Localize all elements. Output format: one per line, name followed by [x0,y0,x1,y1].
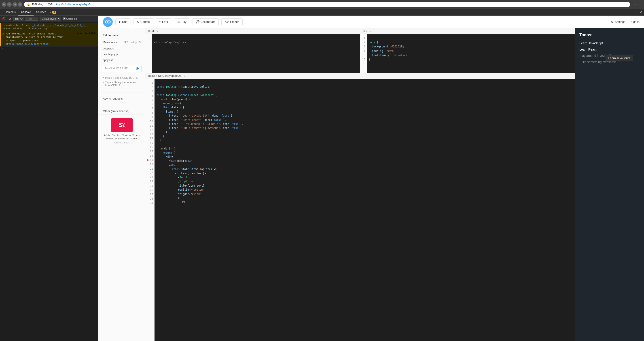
js-ln-5: 5 [147,98,153,102]
js-dropdown-arrow[interactable]: ▾ [184,75,185,77]
home-button[interactable]: ⌂ [18,2,22,7]
console-text-1: console.clear() was _dist-editor.js?upda… [2,24,87,31]
collaborate-button[interactable]: 💬 Collaborate [192,18,219,25]
js-ln-15: 15 [147,141,153,145]
lock-icon: 🔒 [27,3,30,6]
sidebar-resource-popper[interactable]: popper.js [98,46,145,52]
clear-console-button[interactable]: 🚫 [1,17,6,21]
sidebar-other-links[interactable]: Other (links, license) [98,108,145,115]
js-editor-pane: React + No-Library (pure JS) ▾ 1 2 3 4 5 [145,73,575,341]
css-code[interactable]: body { background: #20262E; padding: 20p… [367,34,575,73]
devtools-more-button[interactable]: ⋮ [634,11,638,14]
js-ln-4: 4 [147,94,153,98]
devtools-panel: 🚫 ⊘ top Default levels Group simi consol… [0,16,98,341]
jsfiddle-body: Fiddle meta Resources URL cdnjs 3 popper… [98,28,644,341]
js-ln-25: 25 [147,184,153,188]
console-content: console.clear() was _dist-editor.js?upda… [0,22,98,341]
js-ln-22: 22 [147,171,153,175]
signin-button[interactable]: Sign in [630,20,640,24]
console-stop-button[interactable]: ⊘ [8,17,12,21]
html-editor-content[interactable]: 1 <div id="app"></div> [145,34,360,73]
add-url-button[interactable]: ⊕ [136,67,139,71]
html-code[interactable]: <div id="app"></div> [152,34,360,73]
run-button[interactable]: ▶ Run [116,18,131,25]
js-editor-content[interactable]: 1 2 3 4 5 6 7 8 9 10 [145,79,575,341]
settings-button[interactable]: ⚙ Settings [608,19,628,25]
css-editor-content[interactable]: 1 2 3 4 5 6 body { background: #20262E; … [360,34,575,73]
embed-button[interactable]: </> Embed [222,18,242,25]
more-tabs-button[interactable]: » [50,11,52,14]
js-ln-7: 7 [147,107,153,111]
level-select[interactable]: Default levels [40,17,61,21]
js-ln-10: 10 [147,120,153,124]
forward-button[interactable]: → [7,2,12,7]
console-link-1[interactable]: _dist-editor.js?update_23_04_2018_1:1 [32,24,87,27]
tab-sources[interactable]: Sources [34,9,49,16]
sidebar-resource-tippy-js[interactable]: react-tippy.js [98,52,145,57]
sidebar-url-input[interactable]: JavaScript/CSS URL ⊕ [102,65,142,72]
css-line-numbers: 1 2 3 4 5 6 [360,34,367,73]
tab-console[interactable]: Console [18,9,34,16]
update-button[interactable]: ↻ Update [134,18,153,25]
js-ln-29: 29 [147,201,153,205]
console-link-2[interactable]: https://babeljs.io/docs/setup/ [5,43,50,46]
svg-point-1 [107,21,108,23]
sidebar-hint-1: Paste a direct CSS/JS URL [103,76,141,80]
css-label: CSS [363,30,368,33]
sidebar-fiddle-meta[interactable]: Fiddle meta [98,32,145,39]
js-ln-23: 23 [147,175,153,179]
console-line-1: console.clear() was _dist-editor.js?upda… [0,23,98,31]
jsfiddle-logo [103,17,113,27]
sidebar-resource-tippy-css[interactable]: tippy.css [98,57,145,63]
devtools-close-button[interactable]: ✕ [640,11,642,14]
babel-source-link[interactable]: babel.js:60934 [76,32,96,46]
html-dropdown-arrow[interactable]: ▾ [157,30,158,33]
js-ln-27: 27 [147,192,153,197]
result-item-1[interactable]: Learn JavaScript [580,40,640,46]
browser-chrome: ← → ↺ ⌂ 🔒 JSFiddle, Ltd [GB] https://jsf… [0,0,644,9]
html-editor-pane: HTML ▾ 1 <div id="app"></div> [145,28,360,73]
context-select[interactable]: top [13,17,24,21]
js-ln-28: 28 [147,197,153,201]
filter-input[interactable] [25,17,38,21]
devtools-tab-actions: ⋮ ✕ [634,11,642,14]
resources-count: 3 [139,41,141,44]
tab-elements[interactable]: Run Elements [2,9,18,16]
result-item-2[interactable]: Learn React [580,46,640,53]
group-similar-checkbox[interactable]: Group simi [62,17,78,20]
html-line-numbers: 1 [145,34,152,73]
sidebar: Fiddle meta Resources URL cdnjs 3 popper… [98,28,145,341]
html-label: HTML [148,30,156,33]
warning-count-badge: 1 [52,11,56,14]
css-dropdown-arrow[interactable]: ▾ [370,30,371,33]
tidy-button[interactable]: ☰ Tidy [174,18,190,25]
resources-cdnjs-tag[interactable]: cdnjs [131,41,137,44]
menu-icon[interactable]: ⋮ [638,2,642,7]
result-list: Learn JavaScript Learn React Play around… [580,40,640,65]
back-button[interactable]: ← [2,2,6,7]
resources-url-tag[interactable]: URL [124,41,129,44]
top-editors: HTML ▾ 1 <div id="app"></div> [145,28,575,73]
jsfiddle-panel: ▶ Run ↻ Update ⑂ Fork ☰ Tidy 💬 Collabora… [98,16,644,341]
fork-button[interactable]: ⑂ Fork [156,18,171,25]
collaborate-icon: 💬 [196,20,200,24]
js-ln-1: 1 [147,81,153,85]
editors-area: HTML ▾ 1 <div id="app"></div> [145,28,644,341]
console-text-2: You are using the in-browser Babel trans… [5,32,74,46]
js-code[interactable]: const Tooltip = reactTippy.Tooltip; clas… [154,79,575,341]
console-toolbar: 🚫 ⊘ top Default levels Group simi [0,16,98,22]
js-ln-9: 9 [147,115,153,120]
sidebar-async-requests[interactable]: Async requests [98,95,145,102]
console-prompt[interactable]: > [0,47,98,51]
reload-button[interactable]: ↺ [12,2,17,7]
js-ln-21: 21 [147,167,153,171]
js-ln-13: 13 [147,132,153,137]
extensions-icon[interactable]: ⋯ [632,2,636,7]
tooltip-popup: Learn JavaScript [606,55,633,61]
address-bar[interactable]: 🔒 JSFiddle, Ltd [GB] https://jsfiddle.ne… [24,2,630,7]
html-editor-header: HTML ▾ [145,28,360,34]
fork-icon: ⑂ [159,20,161,24]
browser-right-icons: ⋯ ⋮ [632,2,642,7]
css-ln-2: 2 [362,40,366,45]
header-right: ⚙ Settings Sign in [608,19,640,25]
